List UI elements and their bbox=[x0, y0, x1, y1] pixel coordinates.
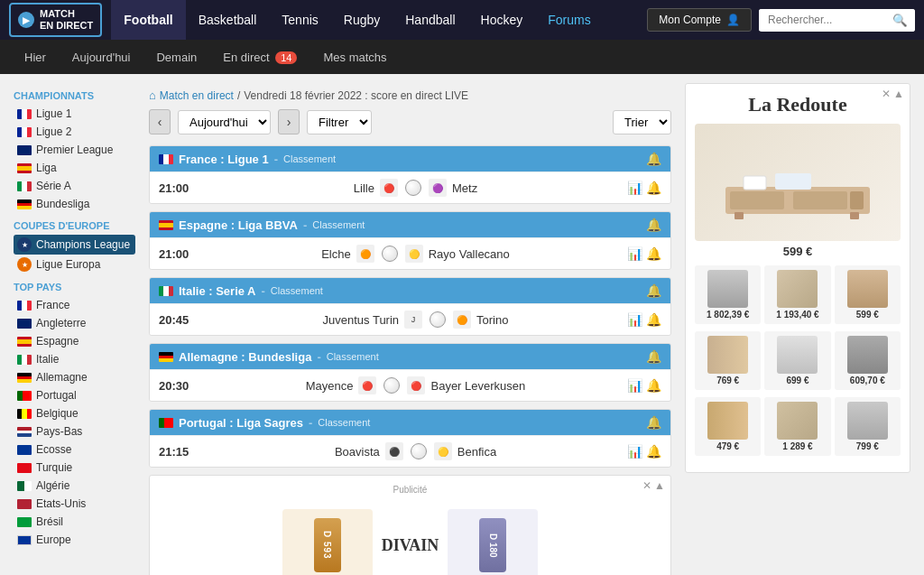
bell-match-icon[interactable]: 🔔 bbox=[646, 181, 661, 195]
sidebar-ligue-europa[interactable]: ★ Ligue Europa bbox=[14, 255, 135, 274]
ad-product-7[interactable]: 479 € bbox=[695, 397, 761, 456]
search-button[interactable]: 🔍 bbox=[885, 9, 915, 32]
bell-match-icon[interactable]: 🔔 bbox=[646, 378, 661, 393]
ad-right-close-button[interactable]: ✕ ▲ bbox=[882, 88, 904, 100]
sidebar-allemagne[interactable]: Allemagne bbox=[14, 368, 135, 386]
classement-ligue1-link[interactable]: Classement bbox=[283, 153, 336, 164]
league-ligue1-header[interactable]: France : Ligue 1 - Classement 🔔 bbox=[150, 146, 670, 172]
sidebar-premier-league[interactable]: Premier League bbox=[14, 141, 135, 159]
league-ligasagres-header[interactable]: Portugal : Liga Sagres - Classement 🔔 bbox=[150, 410, 670, 435]
sidebar-europe[interactable]: Europe bbox=[14, 531, 135, 549]
bell-seriea-icon[interactable]: 🔔 bbox=[646, 283, 661, 298]
nav-aujourdhui[interactable]: Aujourd'hui bbox=[61, 45, 142, 70]
sidebar-etats-unis[interactable]: Etats-Unis bbox=[14, 495, 135, 513]
ad-product-6[interactable]: 609,70 € bbox=[835, 331, 901, 390]
ad-main-product[interactable] bbox=[695, 124, 901, 241]
sidebar-champions-league[interactable]: ★ Champions League bbox=[14, 235, 135, 255]
sidebar-liga[interactable]: Liga bbox=[14, 159, 135, 177]
logo[interactable]: ▶ MATCH EN DIRECT bbox=[9, 3, 102, 37]
ad-product-8[interactable]: 1 289 € bbox=[764, 397, 830, 456]
away-team: Torino bbox=[476, 313, 508, 327]
classement-laliga-link[interactable]: Classement bbox=[312, 219, 365, 230]
vs-icon[interactable] bbox=[409, 441, 429, 461]
date-select[interactable]: Aujourd'hui bbox=[178, 110, 271, 134]
chart-icon[interactable]: 📊 bbox=[627, 312, 642, 327]
filter-bar: ‹ Aujourd'hui › Filtrer Trier bbox=[149, 109, 671, 134]
sidebar-algerie[interactable]: Algérie bbox=[14, 477, 135, 495]
wood-table-image bbox=[707, 402, 748, 440]
chart-icon[interactable]: 📊 bbox=[627, 444, 642, 459]
washer-image bbox=[777, 336, 818, 374]
nav-en-direct[interactable]: En direct 14 bbox=[212, 45, 308, 70]
filter-select[interactable]: Filtrer bbox=[307, 110, 372, 134]
bell-match-icon[interactable]: 🔔 bbox=[646, 246, 661, 261]
league-seriea-header[interactable]: Italie : Serie A - Classement 🔔 bbox=[150, 278, 670, 303]
ad-product-9[interactable]: 799 € bbox=[835, 397, 901, 456]
sidebar-france[interactable]: France bbox=[14, 296, 135, 314]
home-icon: ⌂ bbox=[149, 88, 156, 102]
ad-product-3[interactable]: 599 € bbox=[835, 265, 901, 324]
nav-demain[interactable]: Demain bbox=[145, 45, 208, 70]
sidebar-belgique[interactable]: Belgique bbox=[14, 404, 135, 422]
sidebar-italie[interactable]: Italie bbox=[14, 350, 135, 368]
sidebar-bresil[interactable]: Brésil bbox=[14, 513, 135, 531]
classement-seriea-link[interactable]: Classement bbox=[271, 285, 323, 296]
sidebar-angleterre[interactable]: Angleterre bbox=[14, 314, 135, 332]
league-laliga: Espagne : Liga BBVA - Classement 🔔 21:00… bbox=[149, 211, 671, 270]
bell-bundesliga-icon[interactable]: 🔔 bbox=[646, 349, 661, 364]
chart-icon[interactable]: 📊 bbox=[627, 378, 642, 393]
nav-football[interactable]: Football bbox=[111, 0, 185, 40]
nav-rugby[interactable]: Rugby bbox=[331, 0, 393, 40]
sidebar-serie-a[interactable]: Série A bbox=[14, 177, 135, 195]
bell-match-icon[interactable]: 🔔 bbox=[646, 444, 661, 459]
ad-price-main: 599 € bbox=[695, 245, 901, 258]
sidebar-ecosse[interactable]: Ecosse bbox=[14, 441, 135, 459]
ad-product-4[interactable]: 769 € bbox=[695, 331, 761, 390]
league-bundesliga-header[interactable]: Allemagne : Bundesliga - Classement 🔔 bbox=[150, 344, 670, 369]
bell-ligue1-icon[interactable]: 🔔 bbox=[646, 152, 661, 166]
nav-forums[interactable]: Forums bbox=[535, 0, 603, 40]
sidebar-espagne[interactable]: Espagne bbox=[14, 332, 135, 350]
chart-icon[interactable]: 📊 bbox=[627, 246, 642, 261]
ad-close-button[interactable]: ✕ ▲ bbox=[642, 479, 665, 492]
bell-match-icon[interactable]: 🔔 bbox=[646, 312, 661, 327]
classement-bundesliga-link[interactable]: Classement bbox=[327, 351, 379, 362]
sort-select[interactable]: Trier bbox=[613, 110, 671, 134]
classement-ligasagres-link[interactable]: Classement bbox=[318, 417, 370, 428]
vs-icon[interactable] bbox=[428, 310, 448, 329]
sidebar-ligue1[interactable]: Ligue 1 bbox=[14, 105, 135, 123]
bell-ligasagres-icon[interactable]: 🔔 bbox=[646, 415, 661, 430]
ball-icon bbox=[411, 443, 427, 459]
league-bundesliga: Allemagne : Bundesliga - Classement 🔔 20… bbox=[149, 343, 671, 402]
league-laliga-header[interactable]: Espagne : Liga BBVA - Classement 🔔 bbox=[150, 212, 670, 237]
next-day-button[interactable]: › bbox=[278, 109, 300, 134]
vs-icon[interactable] bbox=[380, 244, 400, 264]
away-crest-bundesliga: 🔴 bbox=[407, 376, 425, 394]
sidebar-bundesliga[interactable]: Bundesliga bbox=[14, 195, 135, 213]
flag-ligue1 bbox=[159, 154, 173, 164]
chart-icon[interactable]: 📊 bbox=[627, 181, 642, 195]
search-input[interactable] bbox=[759, 9, 885, 31]
ad-product-1[interactable]: 1 802,39 € bbox=[695, 265, 761, 324]
mon-compte-button[interactable]: Mon Compte 👤 bbox=[647, 8, 752, 32]
nav-basketball[interactable]: Basketball bbox=[186, 0, 270, 40]
nav-mes-matchs[interactable]: Mes matchs bbox=[312, 45, 397, 70]
nav-handball[interactable]: Handball bbox=[393, 0, 467, 40]
sidebar-pays-bas[interactable]: Pays-Bas bbox=[14, 422, 135, 441]
nav-hockey[interactable]: Hockey bbox=[468, 0, 536, 40]
nav-hier[interactable]: Hier bbox=[14, 45, 57, 70]
flag-ligasagres bbox=[159, 418, 173, 428]
ad-price-2: 1 193,40 € bbox=[776, 310, 818, 320]
sidebar-portugal[interactable]: Portugal bbox=[14, 386, 135, 404]
ad-product-2[interactable]: 1 193,40 € bbox=[764, 265, 830, 324]
sidebar-ligue2[interactable]: Ligue 2 bbox=[14, 123, 135, 141]
ad-product-5[interactable]: 699 € bbox=[764, 331, 830, 390]
home-team: Boavista bbox=[335, 445, 380, 459]
prev-day-button[interactable]: ‹ bbox=[149, 109, 171, 134]
bell-laliga-icon[interactable]: 🔔 bbox=[646, 218, 661, 232]
sidebar-turquie[interactable]: Turquie bbox=[14, 459, 135, 477]
nav-tennis[interactable]: Tennis bbox=[269, 0, 330, 40]
vs-icon[interactable] bbox=[382, 376, 402, 395]
breadcrumb-match-en-direct[interactable]: Match en direct bbox=[160, 89, 234, 102]
vs-icon[interactable] bbox=[403, 178, 423, 198]
